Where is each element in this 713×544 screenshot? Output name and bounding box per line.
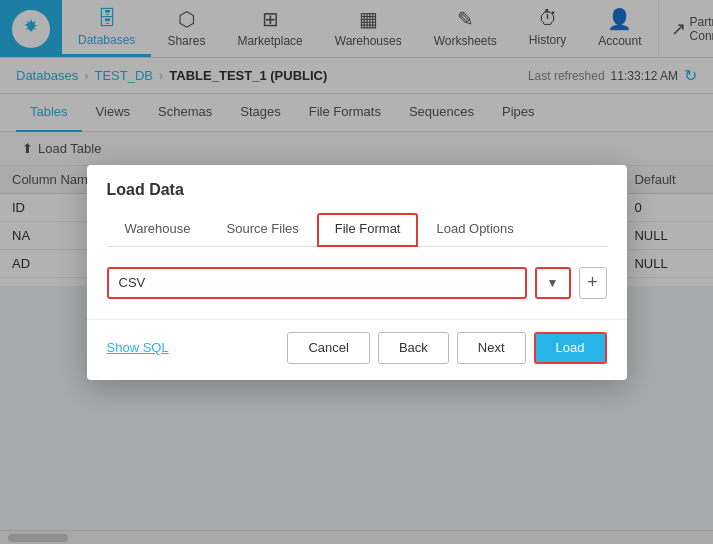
format-row: ▼ + [107, 267, 607, 299]
modal-overlay: Load Data Warehouse Source Files File Fo… [0, 0, 713, 544]
modal-tab-warehouse[interactable]: Warehouse [107, 213, 209, 246]
modal-footer: Show SQL Cancel Back Next Load [87, 319, 627, 380]
modal-tab-load-options[interactable]: Load Options [418, 213, 531, 246]
plus-icon: + [587, 272, 598, 293]
show-sql-button[interactable]: Show SQL [107, 340, 169, 355]
modal-tab-file-format[interactable]: File Format [317, 213, 419, 247]
next-button[interactable]: Next [457, 332, 526, 364]
load-button[interactable]: Load [534, 332, 607, 364]
add-format-button[interactable]: + [579, 267, 607, 299]
modal-header: Load Data Warehouse Source Files File Fo… [87, 165, 627, 247]
format-dropdown-button[interactable]: ▼ [535, 267, 571, 299]
chevron-down-icon: ▼ [547, 276, 559, 290]
modal-tabs: Warehouse Source Files File Format Load … [107, 213, 607, 247]
file-format-input[interactable] [107, 267, 527, 299]
modal: Load Data Warehouse Source Files File Fo… [87, 165, 627, 380]
modal-tab-source-files[interactable]: Source Files [209, 213, 317, 246]
modal-title: Load Data [107, 181, 607, 199]
cancel-button[interactable]: Cancel [287, 332, 369, 364]
modal-body: ▼ + [87, 247, 627, 319]
back-button[interactable]: Back [378, 332, 449, 364]
